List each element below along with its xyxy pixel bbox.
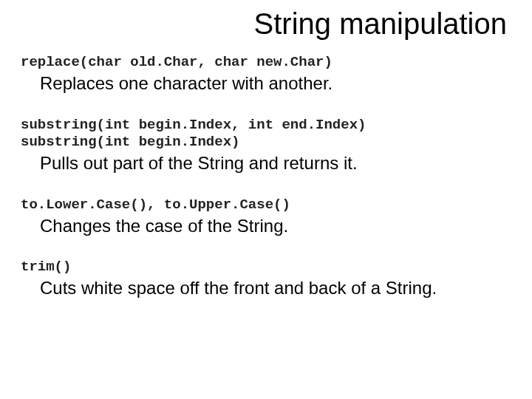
code-line: to.Lower.Case(), to.Upper.Case() [21,197,511,214]
section-case: to.Lower.Case(), to.Upper.Case() Changes… [21,197,511,237]
description: Replaces one character with another. [40,73,511,95]
code-line: trim() [21,259,511,276]
section-replace: replace(char old.Char, char new.Char) Re… [21,54,511,95]
description: Changes the case of the String. [40,216,511,237]
code-line: substring(int begin.Index, int end.Index… [21,117,511,134]
description: Cuts white space off the front and back … [40,278,511,299]
slide: String manipulation replace(char old.Cha… [0,0,532,299]
description: Pulls out part of the String and returns… [40,153,511,174]
page-title: String manipulation [21,7,511,41]
section-substring: substring(int begin.Index, int end.Index… [21,117,511,174]
code-line: replace(char old.Char, char new.Char) [21,54,511,72]
section-trim: trim() Cuts white space off the front an… [21,259,511,299]
code-line: substring(int begin.Index) [21,134,511,151]
